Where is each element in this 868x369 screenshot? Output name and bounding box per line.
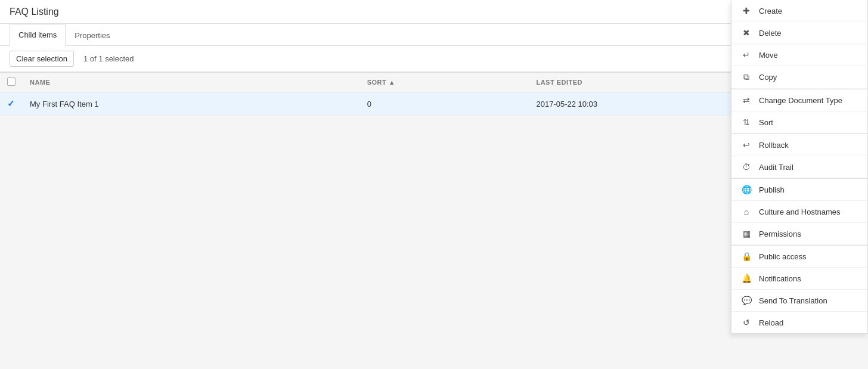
dropdown-item-label-create: Create — [759, 7, 782, 15]
dropdown-item-create[interactable]: ✚Create — [731, 0, 867, 22]
dropdown-item-label-delete: Delete — [759, 29, 782, 38]
dropdown-item-sort[interactable]: ⇅Sort — [731, 111, 867, 116]
tab-child-items[interactable]: Child items — [10, 24, 66, 46]
row-name-cell: My First FAQ Item 1 — [23, 92, 360, 116]
header-checkbox[interactable] — [7, 77, 16, 86]
dropdown-item-move[interactable]: ↵Move — [731, 44, 867, 66]
copy-icon: ⧉ — [741, 72, 752, 82]
dropdown-item-label-changedoc: Change Document Type — [759, 96, 842, 105]
page-title: FAQ Listing — [10, 7, 59, 17]
selection-info: 1 of 1 selected — [83, 54, 134, 63]
row-lastedited-cell: 2017-05-22 10:03 — [529, 92, 740, 116]
row-check-cell[interactable]: ✓ — [0, 92, 23, 116]
dropdown-item-label-move: Move — [759, 51, 778, 60]
plus-icon: ✚ — [741, 6, 752, 15]
row-checkmark-icon: ✓ — [7, 98, 15, 108]
move-icon: ↵ — [741, 50, 752, 60]
col-header-lastedited[interactable]: LAST EDITED — [529, 73, 740, 92]
actions-dropdown-menu: ✚Create✖Delete↵Move⧉Copy⇄Change Document… — [731, 0, 868, 116]
col-header-name[interactable]: NAME — [23, 73, 360, 92]
row-sort-cell: 0 — [360, 92, 529, 116]
col-header-sort[interactable]: SORT ▲ — [360, 73, 529, 92]
change-icon: ⇄ — [741, 95, 752, 105]
times-icon: ✖ — [741, 28, 752, 38]
clear-selection-button[interactable]: Clear selection — [10, 51, 74, 67]
tab-properties[interactable]: Properties — [66, 24, 119, 46]
col-header-check — [0, 73, 23, 92]
dropdown-item-copy[interactable]: ⧉Copy — [731, 66, 867, 89]
dropdown-item-delete[interactable]: ✖Delete — [731, 22, 867, 44]
dropdown-item-changedoc[interactable]: ⇄Change Document Type — [731, 89, 867, 111]
dropdown-item-label-copy: Copy — [759, 73, 777, 82]
